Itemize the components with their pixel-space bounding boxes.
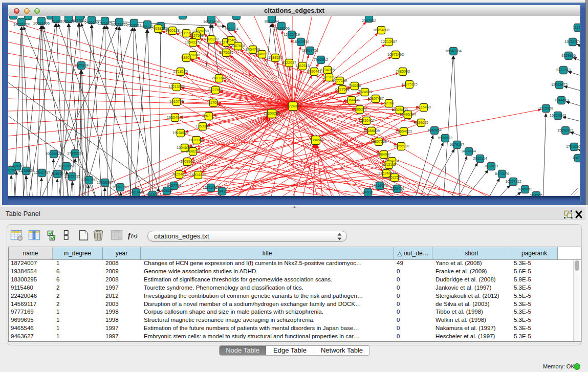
svg-text:15751074: 15751074 — [564, 39, 580, 44]
svg-text:10756928: 10756928 — [393, 144, 409, 148]
svg-text:16210643: 16210643 — [550, 113, 566, 118]
svg-text:1909949: 1909949 — [180, 159, 194, 164]
svg-text:12342757: 12342757 — [34, 170, 50, 175]
svg-text:2718170: 2718170 — [173, 69, 188, 74]
svg-text:3875685: 3875685 — [219, 50, 233, 55]
svg-text:6497568: 6497568 — [335, 87, 350, 92]
svg-text:10961758: 10961758 — [302, 48, 318, 53]
svg-text:2805334: 2805334 — [74, 63, 89, 68]
svg-text:10543372: 10543372 — [185, 40, 201, 45]
svg-text:2803144: 2803144 — [212, 76, 226, 80]
svg-text:3267110: 3267110 — [202, 114, 215, 118]
svg-text:12505135: 12505135 — [64, 174, 80, 179]
svg-text:10807487: 10807487 — [367, 96, 384, 101]
svg-text:39154: 39154 — [8, 168, 16, 172]
svg-text:8471676: 8471676 — [495, 171, 509, 176]
svg-text:3215958: 3215958 — [539, 106, 553, 111]
svg-text:18435: 18435 — [217, 189, 227, 193]
svg-text:20206526: 20206526 — [46, 151, 62, 156]
svg-text:8660128: 8660128 — [165, 28, 180, 33]
svg-text:7463822: 7463822 — [151, 26, 165, 31]
svg-text:8990443: 8990443 — [307, 69, 321, 74]
svg-text:6794028: 6794028 — [320, 68, 335, 72]
svg-text:17016504: 17016504 — [566, 144, 580, 149]
svg-text:14136141: 14136141 — [372, 183, 388, 188]
svg-text:19166827: 19166827 — [172, 130, 189, 135]
svg-text:8454749: 8454749 — [246, 47, 260, 52]
svg-text:7515521: 7515521 — [127, 23, 141, 28]
svg-text:19384554: 19384554 — [308, 138, 324, 142]
svg-text:16914479: 16914479 — [190, 172, 206, 177]
svg-text:10654112: 10654112 — [505, 179, 521, 184]
svg-text:10973493: 10973493 — [387, 52, 404, 57]
svg-text:1353359: 1353359 — [195, 124, 210, 128]
svg-text:16154808: 16154808 — [373, 28, 389, 32]
svg-text:9115460: 9115460 — [417, 105, 430, 110]
svg-text:2935114: 2935114 — [473, 156, 487, 161]
svg-text:98901: 98901 — [181, 55, 191, 60]
svg-text:16671355: 16671355 — [111, 22, 127, 27]
svg-text:7357224: 7357224 — [224, 27, 238, 31]
svg-text:1640954: 1640954 — [427, 128, 442, 133]
svg-text:9127509: 9127509 — [189, 33, 204, 38]
svg-text:1244419: 1244419 — [554, 98, 569, 102]
svg-text:19343: 19343 — [51, 19, 61, 24]
svg-text:19218506: 19218506 — [273, 26, 290, 31]
svg-text:10958107: 10958107 — [97, 180, 113, 185]
svg-text:8186328: 8186328 — [204, 37, 219, 41]
svg-text:11325419: 11325419 — [284, 32, 299, 37]
svg-text:114519: 114519 — [51, 171, 63, 176]
svg-text:12213383: 12213383 — [168, 84, 185, 89]
svg-text:1362615: 1362615 — [295, 63, 310, 68]
svg-text:7886372: 7886372 — [353, 107, 367, 112]
svg-text:1546: 1546 — [227, 38, 235, 42]
svg-text:9227343: 9227343 — [556, 68, 571, 72]
svg-text:12323448: 12323448 — [128, 190, 144, 194]
svg-text:9777169: 9777169 — [333, 78, 347, 83]
svg-text:16033809: 16033809 — [203, 19, 220, 24]
svg-text:9474444: 9474444 — [462, 149, 476, 154]
svg-text:9699695: 9699695 — [414, 120, 428, 125]
svg-text:62160: 62160 — [384, 101, 394, 105]
svg-text:6879197: 6879197 — [450, 142, 464, 147]
svg-text:12213987: 12213987 — [381, 39, 397, 44]
svg-text:2087652: 2087652 — [362, 18, 376, 23]
svg-text:9245652: 9245652 — [518, 187, 532, 191]
svg-text:12093872: 12093872 — [551, 82, 568, 87]
svg-text:7625402: 7625402 — [172, 172, 186, 177]
svg-text:15495794: 15495794 — [400, 112, 416, 117]
svg-text:20691406: 20691406 — [33, 21, 50, 26]
svg-text:18640910: 18640910 — [293, 39, 309, 44]
svg-text:20364436: 20364436 — [343, 98, 360, 102]
svg-text:8427552: 8427552 — [208, 87, 223, 92]
svg-text:1615112: 1615112 — [382, 162, 396, 167]
svg-text:16782759: 16782759 — [112, 185, 128, 189]
svg-text:2367608: 2367608 — [231, 43, 245, 48]
svg-text:10975867: 10975867 — [58, 164, 75, 168]
svg-text:5938923: 5938923 — [438, 136, 452, 140]
svg-text:84533: 84533 — [363, 190, 373, 194]
svg-text:3824554: 3824554 — [358, 90, 372, 94]
svg-text:1733426: 1733426 — [390, 186, 404, 191]
svg-text:6466160: 6466160 — [84, 20, 99, 25]
svg-text:12975115: 12975115 — [401, 82, 417, 86]
svg-text:14055724: 14055724 — [13, 22, 30, 27]
svg-text:16648784: 16648784 — [445, 49, 462, 53]
svg-text:1071915: 1071915 — [98, 21, 112, 26]
svg-text:9329966: 9329966 — [561, 53, 576, 58]
svg-text:3498222: 3498222 — [186, 149, 200, 154]
svg-text:252254: 252254 — [388, 175, 401, 180]
svg-text:8678334: 8678334 — [189, 138, 204, 142]
svg-text:7955812: 7955812 — [314, 57, 328, 62]
svg-text:15720407: 15720407 — [358, 118, 375, 123]
svg-text:1588520: 1588520 — [268, 55, 282, 60]
svg-text:18300295: 18300295 — [264, 111, 280, 116]
svg-text:8322037: 8322037 — [282, 60, 296, 65]
svg-text:95830: 95830 — [162, 188, 172, 193]
svg-text:9084067: 9084067 — [377, 152, 391, 157]
svg-text:13654923: 13654923 — [396, 129, 412, 134]
svg-text:1610755: 1610755 — [169, 99, 184, 104]
svg-text:11156829: 11156829 — [18, 168, 34, 173]
svg-text:(x): (x) — [131, 232, 138, 239]
svg-text:17359924: 17359924 — [67, 151, 83, 156]
